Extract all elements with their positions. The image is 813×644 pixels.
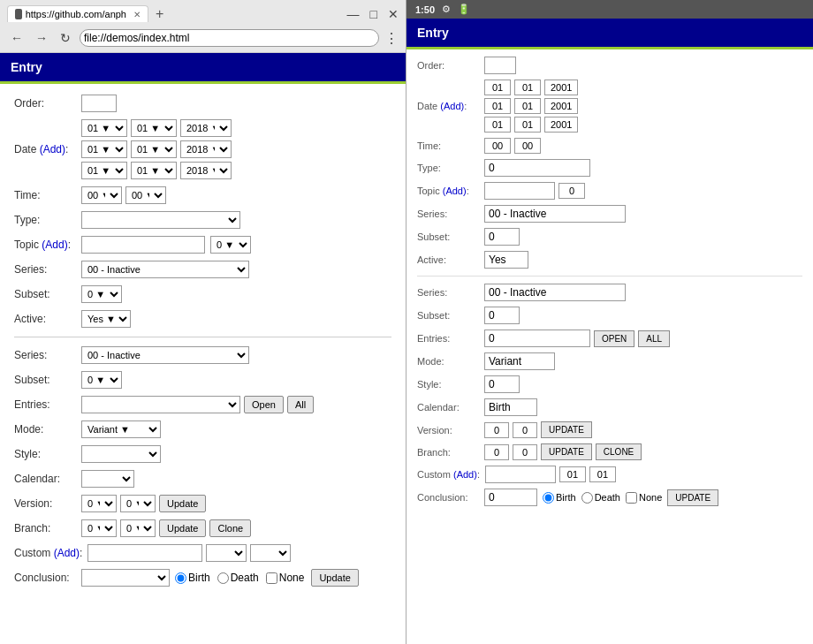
m-branch-update-button[interactable]: UPDATE [541, 443, 592, 460]
m-none-radio-label[interactable]: None [626, 492, 662, 504]
order-input[interactable] [81, 95, 117, 112]
topic-add-link[interactable]: (Add) [42, 239, 67, 251]
m-order-label: Order: [417, 60, 479, 71]
form-title: Entry [0, 53, 406, 84]
m-custom-input[interactable] [485, 466, 556, 483]
custom-add-link[interactable]: (Add) [54, 547, 80, 559]
more-button[interactable]: ⋮ [384, 30, 399, 47]
m-calendar-input[interactable] [484, 398, 537, 416]
m-order-input[interactable] [484, 57, 516, 74]
m-custom-add-link[interactable]: (Add) [453, 469, 477, 480]
branch-v1-select[interactable]: 0 ▼ [81, 519, 117, 537]
date-row-1: 01 ▼ 01 ▼ 2018 ▼ [81, 119, 232, 137]
date1-day-select[interactable]: 01 ▼ [131, 119, 177, 137]
series2-select[interactable]: 00 - Inactive [81, 346, 249, 364]
version-update-button[interactable]: Update [159, 495, 206, 512]
m-version-row: Version: 0 0 UPDATE [417, 421, 802, 438]
date-add-link[interactable]: (Add) [40, 143, 65, 155]
date3-year-select[interactable]: 2018 ▼ [180, 162, 232, 179]
back-button[interactable]: ← [7, 29, 27, 47]
version-v1-select[interactable]: 0 ▼ [81, 495, 117, 512]
open-button[interactable]: Open [244, 396, 284, 413]
time-min-select[interactable]: 00 ▼ [125, 186, 166, 204]
m-subset2-input[interactable] [484, 307, 520, 324]
active-row: Active: Yes ▼ [14, 310, 391, 328]
m-birth-radio[interactable] [543, 492, 554, 504]
date3-day-select[interactable]: 01 ▼ [131, 162, 177, 179]
minimize-icon[interactable]: — [347, 7, 360, 21]
m-open-button[interactable]: OPEN [594, 330, 634, 347]
birth-radio-label[interactable]: Birth [175, 572, 210, 584]
refresh-button[interactable]: ↻ [57, 29, 74, 47]
m-entries-input[interactable] [484, 330, 590, 347]
m-ver-v2: 0 [513, 422, 537, 438]
date1-month-select[interactable]: 01 ▼ [81, 119, 127, 137]
subset-select[interactable]: 0 ▼ [81, 285, 122, 303]
style-select[interactable] [81, 445, 161, 463]
calendar-select[interactable] [81, 470, 134, 488]
m-birth-radio-label[interactable]: Birth [543, 492, 576, 504]
topic-input[interactable] [81, 236, 205, 254]
date3-month-select[interactable]: 01 ▼ [81, 162, 127, 179]
m-series2-input[interactable] [484, 284, 626, 301]
none-radio-label[interactable]: None [266, 572, 305, 584]
active-select[interactable]: Yes ▼ [81, 310, 131, 328]
m-type-input[interactable] [484, 159, 590, 177]
status-time: 1:50 [415, 4, 435, 15]
date2-day-select[interactable]: 01 ▼ [131, 140, 177, 158]
m-conclusion-update-button[interactable]: UPDATE [667, 489, 718, 506]
custom-input[interactable] [87, 544, 202, 562]
all-button[interactable]: All [287, 396, 314, 413]
m-date-add-link[interactable]: (Add) [440, 101, 464, 111]
type-select[interactable] [81, 211, 240, 229]
browser-panel: https://github.com/anph ✕ + — □ ✕ ← → ↻ … [0, 0, 406, 644]
none-checkbox[interactable] [266, 572, 277, 584]
conclusion-update-button[interactable]: Update [311, 569, 358, 587]
mode-row: Mode: Variant ▼ [14, 420, 391, 438]
death-radio-label[interactable]: Death [217, 572, 259, 584]
version-v2-select[interactable]: 0 ▼ [120, 495, 156, 512]
tab-close-icon[interactable]: ✕ [133, 10, 141, 19]
custom-num1-select[interactable] [206, 544, 247, 562]
m-conclusion-input[interactable] [484, 489, 537, 506]
branch-update-button[interactable]: Update [159, 519, 206, 537]
address-bar[interactable] [80, 29, 379, 47]
conclusion-select[interactable] [81, 569, 170, 587]
time-selects: 00 ▼ 00 ▼ [81, 186, 166, 204]
m-none-checkbox[interactable] [626, 492, 637, 504]
m-style-input[interactable] [484, 375, 520, 393]
m-subset-input[interactable] [484, 228, 520, 246]
entries-select[interactable] [81, 396, 240, 413]
conclusion-label: Conclusion: [14, 572, 76, 584]
m-active-input[interactable] [484, 251, 528, 269]
entries-row: Entries: Open All [14, 396, 391, 413]
m-topic-add-link[interactable]: (Add) [443, 186, 467, 196]
death-radio[interactable] [217, 572, 229, 584]
time-hour-select[interactable]: 00 ▼ [81, 186, 122, 204]
date2-year-select[interactable]: 2018 ▼ [180, 140, 232, 158]
birth-radio[interactable] [175, 572, 186, 584]
branch-v2-select[interactable]: 0 ▼ [120, 519, 156, 537]
m-clone-button[interactable]: CLONE [596, 443, 642, 460]
browser-tab[interactable]: https://github.com/anph ✕ [7, 5, 148, 22]
series-select[interactable]: 00 - Inactive [81, 261, 249, 278]
new-tab-button[interactable]: + [152, 6, 167, 22]
forward-button[interactable]: → [32, 29, 51, 47]
date1-year-select[interactable]: 2018 ▼ [180, 119, 232, 137]
custom-num2-select[interactable] [250, 544, 291, 562]
date2-month-select[interactable]: 01 ▼ [81, 140, 127, 158]
m-version-update-button[interactable]: UPDATE [541, 421, 592, 438]
topic-num-select[interactable]: 0 ▼ [210, 236, 251, 254]
maximize-icon[interactable]: □ [370, 7, 377, 21]
subset2-select[interactable]: 0 ▼ [81, 371, 122, 389]
m-series-input[interactable] [484, 205, 626, 223]
mode-select[interactable]: Variant ▼ [81, 420, 161, 438]
m-death-radio-label[interactable]: Death [581, 492, 620, 504]
m-date2-d1: 01 [484, 98, 511, 114]
m-death-radio[interactable] [581, 492, 593, 504]
m-topic-input[interactable] [484, 182, 555, 200]
close-icon[interactable]: ✕ [388, 7, 399, 21]
m-mode-input[interactable] [484, 352, 555, 370]
clone-button[interactable]: Clone [209, 519, 251, 537]
m-all-button[interactable]: ALL [638, 330, 670, 347]
